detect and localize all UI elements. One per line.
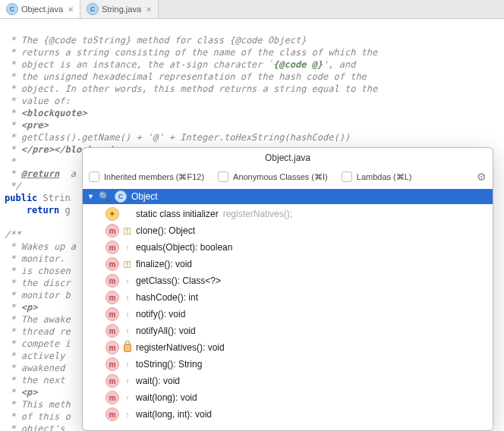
close-icon[interactable]: ✕ [68,5,74,14]
code-line: * is chosen [5,266,71,276]
member-name: notify(): void [136,309,185,319]
class-icon: C [115,190,127,203]
code-line: * actively [5,351,71,361]
member-name: finalize(): void [136,259,192,269]
method-icon: m [106,391,119,404]
member-item[interactable]: ✦static class initializer registerNative… [83,206,493,222]
member-extra: registerNatives(); [223,209,292,219]
public-icon: ↑ [124,360,131,369]
member-name: hashCode(): int [136,292,198,303]
member-item[interactable]: m↑toString(): String [83,356,493,373]
code-line: /** [5,229,21,240]
checkbox-icon[interactable] [218,171,228,182]
code-line: * thread re [5,326,71,337]
option-lambdas[interactable]: Lambdas (⌘L) [342,171,412,182]
method-icon: m [106,324,119,338]
tab-string-java[interactable]: C String.java ✕ [80,0,159,18]
protected-icon: ⚿ [124,260,131,269]
root-label: Object [131,191,158,202]
member-name: equals(Object): boolean [136,242,232,253]
public-icon: ↑ [124,327,131,335]
public-icon: ↑ [124,394,131,402]
code-line: * object's [5,423,71,431]
tab-bar: C Object.java ✕ C String.java ✕ [0,0,504,19]
option-anonymous[interactable]: Anonymous Classes (⌘I) [218,171,328,182]
tab-label: String.java [102,5,141,14]
method-icon: m [106,224,119,238]
member-item[interactable]: mregisterNatives(): void [83,339,493,356]
gear-icon[interactable]: ⚙ [477,171,487,183]
member-name: getClass(): Class<?> [136,275,221,286]
member-name: toString(): String [136,359,202,370]
member-name: wait(): void [136,376,180,386]
popup-options: Inherited members (⌘F12) Anonymous Class… [83,168,493,189]
code-line: * Wakes up a [5,241,76,252]
method-icon: m [106,307,119,321]
member-item[interactable]: m↑wait(long, int): void [83,406,493,423]
public-icon: ↑ [124,377,131,385]
public-icon: ↑ [124,294,131,302]
member-name: clone(): Object [136,225,195,236]
lock-icon [124,344,131,352]
code-line: * object. In other words, this method re… [5,83,377,94]
member-item[interactable]: m⚿clone(): Object [83,222,493,239]
checkbox-icon[interactable] [89,171,99,182]
member-list: ✦static class initializer registerNative… [83,204,493,430]
code-line: * The awake [5,314,71,325]
code-line: * monitor. [5,253,71,264]
method-icon: m [106,274,119,288]
checkbox-icon[interactable] [342,171,352,182]
option-inherited[interactable]: Inherited members (⌘F12) [89,171,204,182]
chevron-down-icon[interactable]: ▼ [87,193,94,200]
code-line: * awakened [5,363,71,373]
public-icon: ↑ [124,277,131,285]
method-icon: m [106,241,119,254]
search-icon: 🔍 [99,191,110,202]
tree-root[interactable]: ▼ 🔍 C Object [83,189,493,204]
member-name: static class initializer [136,209,219,219]
code-line: * This meth [5,399,71,410]
member-item[interactable]: m↑notify(): void [83,306,493,322]
class-icon: C [87,3,99,15]
code-line: * the discr [5,278,71,288]
member-item[interactable]: m↑equals(Object): boolean [83,239,493,256]
member-item[interactable]: m⚿finalize(): void [83,256,493,272]
method-icon: m [106,341,119,354]
method-icon: m [106,407,119,421]
code-line: * getClass().getName() + '@' + Integer.t… [5,132,350,143]
code-line: * [5,156,15,167]
code-line: * the next [5,375,71,385]
public-icon: ↑ [124,244,131,252]
tab-label: Object.java [21,5,63,14]
public-icon: ↑ [124,310,131,319]
close-icon[interactable]: ✕ [146,5,152,14]
code-line: * value of: [5,96,71,106]
member-item[interactable]: m↑wait(): void [83,373,493,389]
tab-object-java[interactable]: C Object.java ✕ [0,0,80,18]
protected-icon: ⚿ [124,227,131,235]
member-name: wait(long): void [136,392,197,403]
member-item[interactable]: m↑wait(long): void [83,389,493,406]
member-item[interactable]: m↑hashCode(): int [83,289,493,306]
code-line: * of this o [5,411,71,422]
public-icon: ↑ [124,411,131,419]
member-name: notifyAll(): void [136,326,196,336]
code-line: * The {@code toString} method for class … [5,35,306,46]
member-item[interactable]: m↑notifyAll(): void [83,322,493,339]
code-line: * monitor b [5,290,71,300]
member-name: wait(long, int): void [136,409,212,420]
code-line: * returns a string consisting of the nam… [5,47,377,58]
initializer-icon: ✦ [106,207,119,221]
popup-title: Object.java [83,148,493,168]
member-name: registerNatives(): void [136,342,225,353]
method-icon: m [106,257,119,271]
structure-popup: Object.java Inherited members (⌘F12) Ano… [82,147,493,431]
method-icon: m [106,374,119,388]
code-line: */ [5,181,21,191]
class-icon: C [6,3,18,15]
code-line: * the unsigned hexadecimal representatio… [5,71,367,82]
member-item[interactable]: m↑getClass(): Class<?> [83,272,493,289]
method-icon: m [106,357,119,371]
code-line: * compete i [5,338,71,349]
method-icon: m [106,291,119,304]
